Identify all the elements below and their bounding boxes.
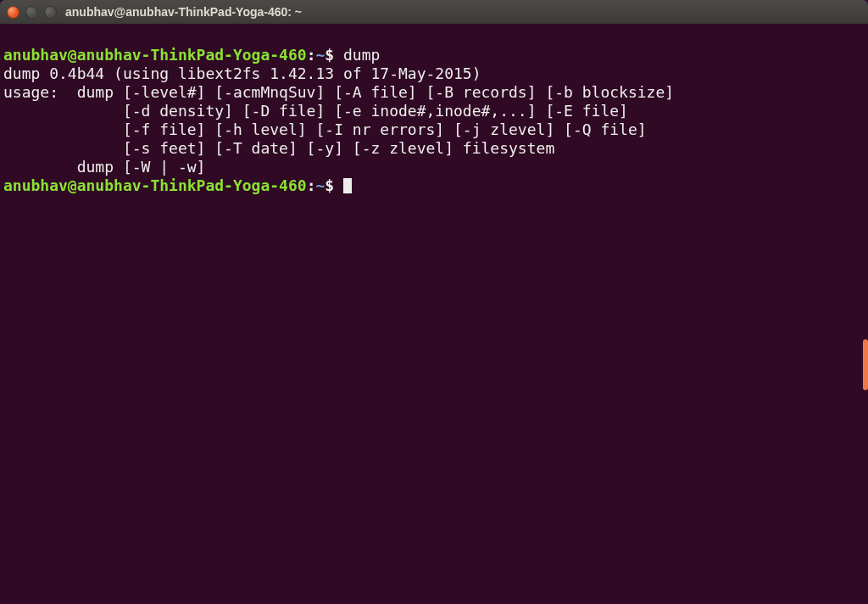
- prompt-userhost: anubhav@anubhav-ThinkPad-Yoga-460: [3, 46, 307, 64]
- window-title: anubhav@anubhav-ThinkPad-Yoga-460: ~: [65, 3, 302, 21]
- prompt-dollar: $: [325, 46, 334, 64]
- maximize-icon[interactable]: [44, 6, 57, 19]
- command-text: dump: [343, 46, 380, 64]
- prompt-colon: :: [307, 176, 316, 194]
- scrollbar-thumb[interactable]: [863, 339, 868, 390]
- prompt-path: ~: [315, 46, 325, 64]
- terminal-area[interactable]: anubhav@anubhav-ThinkPad-Yoga-460:~$ dum…: [0, 24, 868, 199]
- window-controls: [7, 6, 57, 19]
- output-line: dump [-W | -w]: [3, 158, 205, 176]
- output-line: [-f file] [-h level] [-I nr errors] [-j …: [3, 120, 647, 138]
- prompt-colon: :: [307, 46, 316, 64]
- output-line: [-s feet] [-T date] [-y] [-z zlevel] fil…: [3, 139, 554, 157]
- prompt-userhost: anubhav@anubhav-ThinkPad-Yoga-460: [3, 176, 307, 194]
- output-line: [-d density] [-D file] [-e inode#,inode#…: [3, 102, 628, 120]
- prompt-line-2: anubhav@anubhav-ThinkPad-Yoga-460:~$: [3, 176, 352, 194]
- minimize-icon[interactable]: [25, 6, 38, 19]
- output-line: dump 0.4b44 (using libext2fs 1.42.13 of …: [3, 64, 481, 82]
- window-titlebar: anubhav@anubhav-ThinkPad-Yoga-460: ~: [0, 0, 868, 24]
- prompt-dollar: $: [325, 176, 334, 194]
- cursor: [343, 178, 352, 193]
- output-line: usage: dump [-level#] [-acmMnqSuv] [-A f…: [3, 83, 674, 101]
- prompt-line-1: anubhav@anubhav-ThinkPad-Yoga-460:~$ dum…: [3, 46, 380, 64]
- prompt-path: ~: [315, 176, 325, 194]
- close-icon[interactable]: [7, 6, 19, 19]
